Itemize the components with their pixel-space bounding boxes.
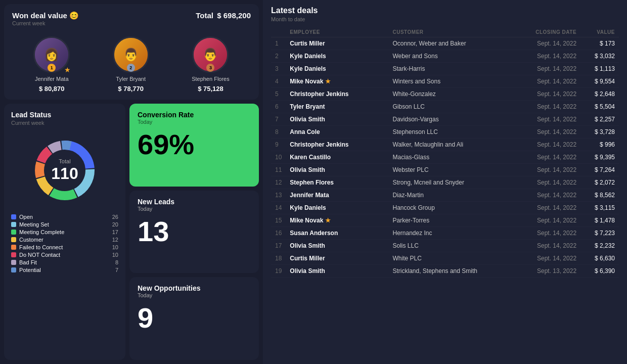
row-num: 11 bbox=[271, 164, 286, 176]
row-value: $ 2,648 bbox=[580, 88, 619, 101]
new-leads-title: New Leads bbox=[138, 198, 251, 206]
rank-badge-2: 2 bbox=[127, 64, 135, 72]
row-customer: Strong, Mcneil and Snyder bbox=[389, 176, 514, 189]
legend-dot bbox=[11, 267, 16, 272]
row-value: $ 5,504 bbox=[580, 101, 619, 113]
row-date: Sept. 14, 2022 bbox=[514, 164, 580, 176]
row-employee: Kyle Daniels bbox=[286, 63, 388, 75]
table-row[interactable]: 3 Kyle Daniels Stark-Harris Sept. 14, 20… bbox=[271, 63, 619, 75]
legend-item: Bad Fit 8 bbox=[11, 259, 118, 265]
won-deal-title: Won deal value 😊 bbox=[12, 11, 79, 20]
avatar-wrap-2: 👨 2 bbox=[113, 36, 149, 73]
row-value: $ 9,395 bbox=[580, 151, 619, 164]
mini-cards-col: Conversion Rate Today 69% New Leads Toda… bbox=[129, 104, 259, 360]
legend-dot bbox=[11, 237, 16, 242]
lead-status-card: Lead Status Current week bbox=[4, 104, 125, 360]
table-row[interactable]: 7 Olivia Smith Davidson-Vargas Sept. 14,… bbox=[271, 113, 619, 126]
row-value: $ 9,554 bbox=[580, 75, 619, 88]
table-row[interactable]: 8 Anna Cole Stephenson LLC Sept. 14, 202… bbox=[271, 126, 619, 139]
donut-center-label: Total bbox=[51, 158, 78, 164]
deals-table: EMPLOYEE CUSTOMER CLOSING DATE VALUE 1 C… bbox=[271, 27, 619, 278]
table-row[interactable]: 11 Olivia Smith Webster PLC Sept. 14, 20… bbox=[271, 164, 619, 176]
left-panel: Won deal value 😊 Current week Total $ 69… bbox=[0, 0, 263, 364]
donut-center-value: 110 bbox=[51, 164, 78, 183]
legend-count: 17 bbox=[112, 229, 118, 235]
table-row[interactable]: 5 Christopher Jenkins White-Gonzalez Sep… bbox=[271, 88, 619, 101]
new-leads-card: New Leads Today 13 bbox=[129, 191, 259, 274]
row-num: 15 bbox=[271, 214, 286, 227]
table-row[interactable]: 19 Olivia Smith Strickland, Stephens and… bbox=[271, 265, 619, 278]
row-date: Sept. 14, 2022 bbox=[514, 202, 580, 214]
legend-item: Failed to Connect 10 bbox=[11, 244, 118, 250]
row-date: Sept. 14, 2022 bbox=[514, 75, 580, 88]
row-value: $ 6,630 bbox=[580, 252, 619, 265]
legend-label: Bad Fit bbox=[19, 259, 37, 265]
table-row[interactable]: 1 Curtis Miller Oconnor, Weber and Baker… bbox=[271, 37, 619, 50]
table-row[interactable]: 10 Karen Castillo Macias-Glass Sept. 14,… bbox=[271, 151, 619, 164]
donut-center: Total 110 bbox=[51, 158, 78, 183]
table-row[interactable]: 9 Christopher Jenkins Walker, Mclaughlin… bbox=[271, 139, 619, 151]
lead-status-subtitle: Current week bbox=[11, 120, 118, 126]
row-customer: Hancock Group bbox=[389, 202, 514, 214]
row-customer: White-Gonzalez bbox=[389, 88, 514, 101]
row-value: $ 2,257 bbox=[580, 113, 619, 126]
legend-left: Meeting Set bbox=[11, 221, 49, 228]
table-row[interactable]: 6 Tyler Bryant Gibson LLC Sept. 14, 2022… bbox=[271, 101, 619, 113]
legend-left: Potential bbox=[11, 267, 41, 273]
table-row[interactable]: 15 Mike Novak★ Parker-Torres Sept. 14, 2… bbox=[271, 214, 619, 227]
row-employee: Christopher Jenkins bbox=[286, 88, 388, 101]
table-row[interactable]: 14 Kyle Daniels Hancock Group Sept. 14, … bbox=[271, 202, 619, 214]
row-date: Sept. 14, 2022 bbox=[514, 151, 580, 164]
row-customer: Webster PLC bbox=[389, 164, 514, 176]
table-row[interactable]: 16 Susan Anderson Hernandez Inc Sept. 14… bbox=[271, 227, 619, 240]
row-date: Sept. 14, 2022 bbox=[514, 252, 580, 265]
legend-item: Meeting Complete 17 bbox=[11, 229, 118, 235]
table-row[interactable]: 17 Olivia Smith Solis LLC Sept. 14, 2022… bbox=[271, 240, 619, 252]
legend-left: Bad Fit bbox=[11, 259, 37, 265]
table-row[interactable]: 13 Jennifer Mata Diaz-Martin Sept. 14, 2… bbox=[271, 189, 619, 202]
star-icon: ★ bbox=[325, 78, 331, 85]
employee-value-1: $ 80,870 bbox=[39, 85, 65, 93]
row-value: $ 3,032 bbox=[580, 50, 619, 63]
row-date: Sept. 14, 2022 bbox=[514, 176, 580, 189]
row-num: 13 bbox=[271, 189, 286, 202]
bottom-left-row: Lead Status Current week bbox=[4, 104, 259, 360]
row-value: $ 2,072 bbox=[580, 176, 619, 189]
new-opportunities-card: New Opportunities Today 9 bbox=[129, 277, 259, 360]
table-row[interactable]: 12 Stephen Flores Strong, Mcneil and Sny… bbox=[271, 176, 619, 189]
row-num: 1 bbox=[271, 37, 286, 50]
table-row[interactable]: 18 Curtis Miller White PLC Sept. 14, 202… bbox=[271, 252, 619, 265]
row-employee: Olivia Smith bbox=[286, 113, 388, 126]
new-opportunities-sub: Today bbox=[138, 292, 251, 298]
new-opportunities-title: New Opportunities bbox=[138, 284, 251, 292]
row-value: $ 8,562 bbox=[580, 189, 619, 202]
row-employee: Curtis Miller bbox=[286, 37, 388, 50]
legend-item: Customer 12 bbox=[11, 237, 118, 243]
row-date: Sept. 14, 2022 bbox=[514, 37, 580, 50]
table-row[interactable]: 2 Kyle Daniels Weber and Sons Sept. 14, … bbox=[271, 50, 619, 63]
star-icon: ★ bbox=[325, 217, 331, 224]
row-customer: Macias-Glass bbox=[389, 151, 514, 164]
legend-item: Meeting Set 20 bbox=[11, 221, 118, 228]
legend-dot bbox=[11, 230, 16, 235]
row-date: Sept. 14, 2022 bbox=[514, 101, 580, 113]
new-leads-sub: Today bbox=[138, 206, 251, 212]
legend-item: Open 26 bbox=[11, 214, 118, 220]
employee-value-2: $ 78,770 bbox=[118, 85, 144, 93]
main-layout: Won deal value 😊 Current week Total $ 69… bbox=[0, 0, 627, 364]
won-deal-subtitle: Current week bbox=[12, 20, 79, 26]
row-customer: Weber and Sons bbox=[389, 50, 514, 63]
table-row[interactable]: 4 Mike Novak★ Winters and Sons Sept. 14,… bbox=[271, 75, 619, 88]
row-employee: Olivia Smith bbox=[286, 265, 388, 278]
legend-left: Meeting Complete bbox=[11, 229, 64, 235]
rank-badge-3: 3 bbox=[206, 64, 214, 72]
legend-count: 20 bbox=[112, 221, 118, 228]
latest-deals-title: Latest deals bbox=[271, 6, 619, 15]
row-customer: Gibson LLC bbox=[389, 101, 514, 113]
row-employee: Tyler Bryant bbox=[286, 101, 388, 113]
row-date: Sept. 14, 2022 bbox=[514, 139, 580, 151]
legend-count: 12 bbox=[112, 237, 118, 243]
row-employee: Karen Castillo bbox=[286, 151, 388, 164]
conversion-rate-card: Conversion Rate Today 69% bbox=[129, 104, 259, 187]
conversion-rate-sub: Today bbox=[138, 119, 251, 125]
